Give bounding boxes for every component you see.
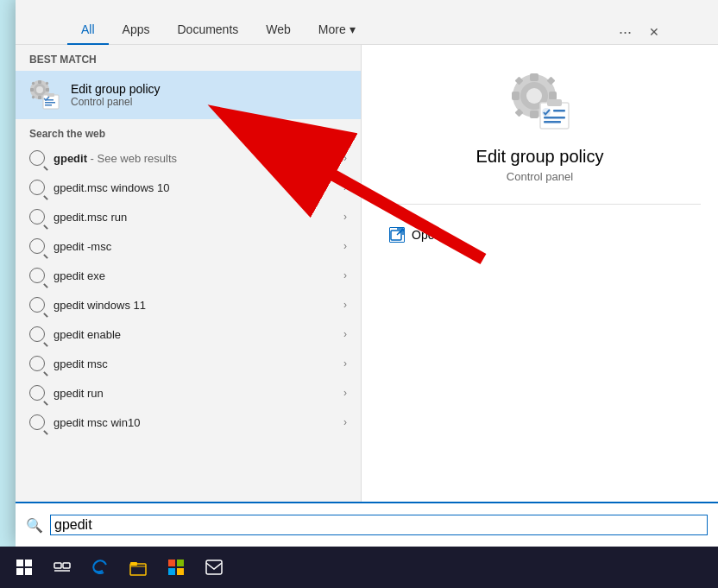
best-match-subtitle: Control panel [71, 96, 161, 108]
divider [379, 204, 701, 205]
best-match-label: Best match [16, 45, 361, 71]
svg-rect-30 [544, 117, 565, 119]
svg-rect-29 [553, 110, 565, 112]
chevron-right-icon: › [343, 181, 347, 193]
search-icon [29, 209, 45, 224]
explorer-button[interactable] [121, 550, 155, 585]
result-text: gpedit msc win10 [54, 416, 335, 429]
svg-rect-36 [16, 560, 23, 566]
result-text: gpedit.msc windows 10 [54, 181, 335, 194]
open-icon [389, 227, 405, 243]
svg-rect-31 [544, 121, 561, 123]
result-text: gpedit enable [54, 328, 335, 341]
list-item[interactable]: gpedit exe › [16, 261, 361, 290]
svg-rect-40 [54, 563, 61, 568]
list-item[interactable]: gpedit msc › [16, 349, 361, 378]
svg-rect-18 [530, 73, 538, 81]
tabs-bar: All Apps Documents Web More ▾ ··· ✕ [16, 0, 718, 45]
chevron-right-icon: › [343, 211, 347, 223]
best-match-item[interactable]: Edit group policy Control panel [16, 71, 361, 119]
edge-button[interactable] [83, 550, 117, 585]
search-icon [29, 150, 45, 166]
svg-rect-37 [25, 560, 32, 566]
app-subtitle: Control panel [507, 170, 573, 183]
chevron-right-icon: › [343, 357, 347, 370]
svg-line-33 [397, 229, 403, 235]
chevron-down-icon: ▾ [350, 22, 356, 36]
svg-point-10 [36, 86, 43, 93]
chevron-right-icon: › [343, 152, 347, 164]
list-item[interactable]: gpedit windows 11 › [16, 290, 361, 319]
open-label: Open [412, 228, 441, 242]
svg-rect-32 [391, 231, 401, 240]
left-panel: Best match [16, 45, 361, 502]
more-options-button[interactable]: ··· [619, 23, 632, 41]
svg-rect-47 [168, 568, 175, 575]
search-window: All Apps Documents Web More ▾ ··· ✕ Best… [16, 0, 718, 547]
chevron-right-icon: › [343, 387, 347, 399]
list-item[interactable]: gpedit msc win10 › [16, 408, 361, 437]
svg-rect-12 [47, 93, 54, 97]
search-bar-icon: 🔍 [26, 517, 43, 534]
search-icon [29, 385, 45, 401]
result-text: gpedit run [54, 387, 335, 400]
chevron-right-icon: › [343, 299, 347, 311]
tab-apps[interactable]: Apps [109, 16, 164, 45]
result-text: gpedit -msc [54, 240, 335, 253]
svg-rect-21 [549, 92, 557, 100]
task-view-button[interactable] [45, 550, 79, 585]
svg-rect-38 [16, 568, 23, 575]
search-icon [29, 238, 45, 254]
search-input[interactable] [50, 515, 708, 535]
result-text: gpedit.msc run [54, 211, 335, 224]
svg-rect-46 [177, 560, 184, 566]
start-button[interactable] [7, 550, 41, 585]
right-panel: Edit group policy Control panel Open [361, 45, 718, 502]
result-text: gpedit windows 11 [54, 299, 335, 312]
svg-rect-2 [38, 80, 41, 84]
tab-more[interactable]: More ▾ [305, 16, 369, 45]
list-item[interactable]: gpedit.msc run › [16, 202, 361, 231]
taskbar [0, 547, 718, 588]
list-item[interactable]: gpedit.msc windows 10 › [16, 173, 361, 202]
list-item[interactable]: gpedit run › [16, 378, 361, 408]
list-item[interactable]: gpedit enable › [16, 319, 361, 349]
search-icon [29, 180, 45, 195]
svg-rect-45 [168, 560, 175, 566]
svg-point-25 [526, 88, 542, 104]
list-item[interactable]: gpedit -msc › [16, 231, 361, 261]
close-button[interactable]: ✕ [642, 20, 666, 44]
app-icon-large [509, 71, 571, 133]
search-icon [29, 414, 45, 430]
svg-rect-20 [512, 92, 520, 100]
main-content: Best match [16, 45, 718, 502]
app-title: Edit group policy [476, 147, 604, 167]
search-icon [29, 326, 45, 342]
svg-rect-19 [530, 111, 538, 118]
svg-rect-27 [547, 99, 562, 106]
list-item[interactable]: gpedit - See web results › [16, 143, 361, 173]
result-text: gpedit msc [54, 357, 335, 370]
chevron-right-icon: › [343, 328, 347, 340]
svg-rect-44 [130, 562, 137, 566]
svg-rect-3 [38, 96, 41, 99]
mail-button[interactable] [197, 550, 231, 585]
search-bar: 🔍 [16, 502, 718, 547]
svg-rect-41 [63, 563, 70, 568]
svg-rect-5 [46, 88, 49, 92]
tab-all[interactable]: All [67, 16, 109, 45]
svg-rect-14 [45, 102, 55, 104]
svg-rect-15 [45, 104, 52, 106]
result-text: gpedit - See web results [54, 152, 335, 165]
tab-documents[interactable]: Documents [163, 16, 252, 45]
search-web-label: Search the web [16, 119, 361, 143]
svg-rect-48 [177, 568, 184, 575]
app-icon-small [29, 79, 60, 111]
store-button[interactable] [159, 550, 193, 585]
svg-rect-4 [30, 88, 34, 92]
tab-web[interactable]: Web [252, 16, 305, 45]
open-button[interactable]: Open [379, 222, 451, 248]
result-text: gpedit exe [54, 269, 335, 282]
chevron-right-icon: › [343, 269, 347, 281]
chevron-right-icon: › [343, 240, 347, 252]
